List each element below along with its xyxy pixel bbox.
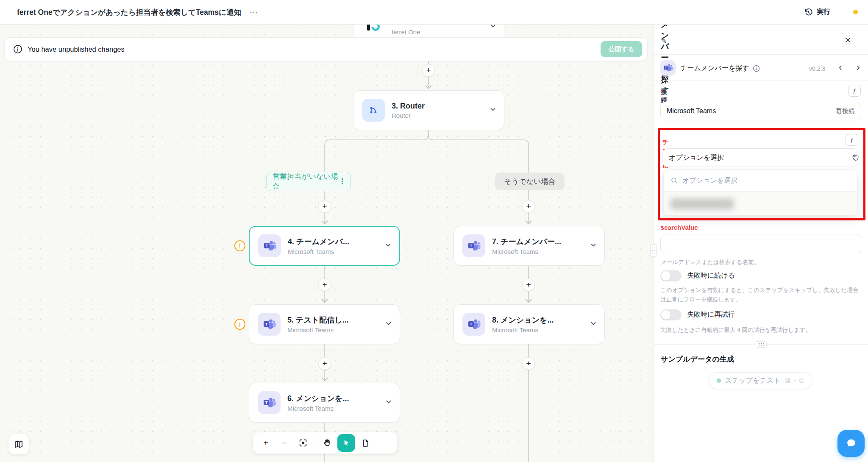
dropdown-search-row[interactable] xyxy=(664,170,857,191)
map-icon xyxy=(14,439,24,449)
microsoft-teams-icon: T xyxy=(462,234,485,257)
continue-on-failure-label: 失敗時に続ける xyxy=(687,271,735,280)
branch-label-right[interactable]: そうでない場合 xyxy=(495,173,565,190)
warning-icon: ! xyxy=(234,240,245,251)
continue-on-failure-toggle[interactable] xyxy=(660,270,682,281)
test-step-shortcut: ⌘ + G xyxy=(785,377,804,384)
next-version-button[interactable] xyxy=(853,63,863,73)
retry-on-failure-toggle[interactable] xyxy=(660,309,682,320)
node-6-mention[interactable]: T 6. メンションを... Microsoft Teams xyxy=(249,383,400,423)
panel-edge-resize-handle[interactable] xyxy=(650,244,657,257)
node-7-find-team-member[interactable]: T 7. チームメンバー... Microsoft Teams xyxy=(453,226,605,266)
run-label: 実行 xyxy=(817,8,830,17)
svg-text:T: T xyxy=(665,66,667,70)
chevron-down-icon[interactable] xyxy=(490,25,496,31)
ferret-one-icon xyxy=(362,25,385,38)
app-header: ferret Oneでアクションがあったら担当者を検索してTeamsに通知 ⋯ … xyxy=(0,0,868,25)
minimap-button[interactable] xyxy=(8,434,29,454)
branch-label-left[interactable]: 営業担当がいない場合 ⋮ xyxy=(266,172,351,191)
node-subtitle: Microsoft Teams xyxy=(492,248,561,255)
module-name: チームメンバーを探す xyxy=(680,64,749,73)
connection-select[interactable]: Microsoft Teams 再接続 xyxy=(660,102,861,120)
function-toggle-button[interactable]: ƒ xyxy=(846,134,858,146)
hand-icon xyxy=(323,438,332,448)
workflow-canvas[interactable]: ferret One 3. Router Router xyxy=(0,25,654,462)
add-step-button[interactable]: + xyxy=(422,64,435,77)
node-title: 7. チームメンバー... xyxy=(492,237,561,247)
chevron-down-icon[interactable] xyxy=(590,242,597,250)
branch-label-text: そうでない場合 xyxy=(504,177,556,186)
publish-button[interactable]: 公開する xyxy=(601,41,642,57)
zoom-out-button[interactable]: − xyxy=(276,434,293,451)
microsoft-teams-icon: T xyxy=(660,60,676,75)
run-history-icon xyxy=(804,8,813,17)
chevron-down-icon[interactable] xyxy=(385,398,392,407)
panel-divider xyxy=(654,54,868,55)
fit-view-button[interactable] xyxy=(295,434,312,451)
zoom-in-button[interactable]: + xyxy=(257,434,274,451)
team-id-dropdown xyxy=(663,170,857,215)
chat-bubble-icon xyxy=(845,437,857,450)
add-step-button[interactable]: + xyxy=(318,357,331,370)
search-value-input[interactable] xyxy=(660,234,861,254)
add-step-button[interactable]: + xyxy=(522,200,535,213)
note-tool-button[interactable] xyxy=(357,434,374,451)
svg-text:T: T xyxy=(265,322,268,326)
svg-text:T: T xyxy=(470,322,473,326)
close-panel-button[interactable]: ✕ xyxy=(845,36,851,45)
more-menu-icon[interactable]: ⋯ xyxy=(250,7,259,17)
panel-resize-handle[interactable] xyxy=(756,341,767,348)
node-router[interactable]: 3. Router Router xyxy=(353,90,504,130)
branch-label-text: 営業担当がいない場合 xyxy=(273,172,339,191)
prev-version-button[interactable] xyxy=(835,63,846,73)
retry-on-failure-label: 失敗時に再試行 xyxy=(687,310,734,319)
node-title: 4. チームメンバ... xyxy=(288,237,349,247)
connection-value: Microsoft Teams xyxy=(667,107,716,115)
node-title: 3. Router xyxy=(392,102,425,111)
cursor-icon xyxy=(342,439,351,447)
info-icon[interactable] xyxy=(753,65,760,72)
node-4-find-team-member[interactable]: T 4. チームメンバ... Microsoft Teams xyxy=(249,226,400,266)
module-version: v0.2.3 xyxy=(809,65,825,72)
team-id-select[interactable]: オプションを選択 xyxy=(662,148,858,167)
test-step-button[interactable]: ステップをテスト ⌘ + G xyxy=(708,372,812,389)
chevron-down-icon[interactable] xyxy=(385,320,392,328)
step-config-panel: チームメンバーを探す ✎ ✕ T チームメンバーを探す v0.2.3 xyxy=(654,25,868,462)
svg-text:T: T xyxy=(470,243,473,248)
node-8-mention[interactable]: T 8. メンションを... Microsoft Teams xyxy=(453,304,605,344)
router-icon xyxy=(362,99,385,122)
chevron-down-icon[interactable] xyxy=(385,242,392,250)
info-icon xyxy=(13,45,22,54)
run-button[interactable]: 実行 xyxy=(800,5,835,19)
kebab-menu-icon[interactable]: ⋮ xyxy=(339,177,346,186)
fit-view-icon xyxy=(298,438,308,448)
add-step-button[interactable]: + xyxy=(318,278,331,291)
add-step-button[interactable]: + xyxy=(522,278,535,291)
node-5-test-delivery[interactable]: T 5. テスト配信し... Microsoft Teams xyxy=(249,304,400,344)
pan-tool-button[interactable] xyxy=(319,434,336,451)
search-icon xyxy=(670,177,678,184)
add-step-button[interactable]: + xyxy=(318,200,331,213)
microsoft-teams-icon: T xyxy=(462,313,485,336)
status-dot xyxy=(853,10,858,14)
node-subtitle: Microsoft Teams xyxy=(287,326,349,334)
dropdown-option-redacted[interactable] xyxy=(664,192,857,215)
chevron-down-icon[interactable] xyxy=(590,320,597,328)
retry-on-failure-description: 失敗したときに自動的に最大 4 回の試行を再試行します。 xyxy=(660,326,862,335)
panel-divider xyxy=(654,81,868,81)
dropdown-search-input[interactable] xyxy=(682,177,851,184)
chat-support-button[interactable] xyxy=(837,430,865,457)
select-tool-button[interactable] xyxy=(337,434,355,452)
add-step-button[interactable]: + xyxy=(522,357,535,370)
node-title: 6. メンションを... xyxy=(287,393,349,404)
function-toggle-button[interactable]: ƒ xyxy=(848,85,861,97)
panel-title-row: チームメンバーを探す ✎ xyxy=(661,36,667,45)
select-chevrons-icon xyxy=(836,108,841,114)
svg-text:T: T xyxy=(265,400,268,405)
node-title xyxy=(392,25,420,27)
banner-message: You have unpublished changes xyxy=(28,45,125,53)
node-subtitle: Microsoft Teams xyxy=(492,326,554,334)
chevron-down-icon[interactable] xyxy=(490,106,496,114)
node-subtitle: Microsoft Teams xyxy=(288,248,349,255)
microsoft-teams-icon: T xyxy=(258,391,281,414)
